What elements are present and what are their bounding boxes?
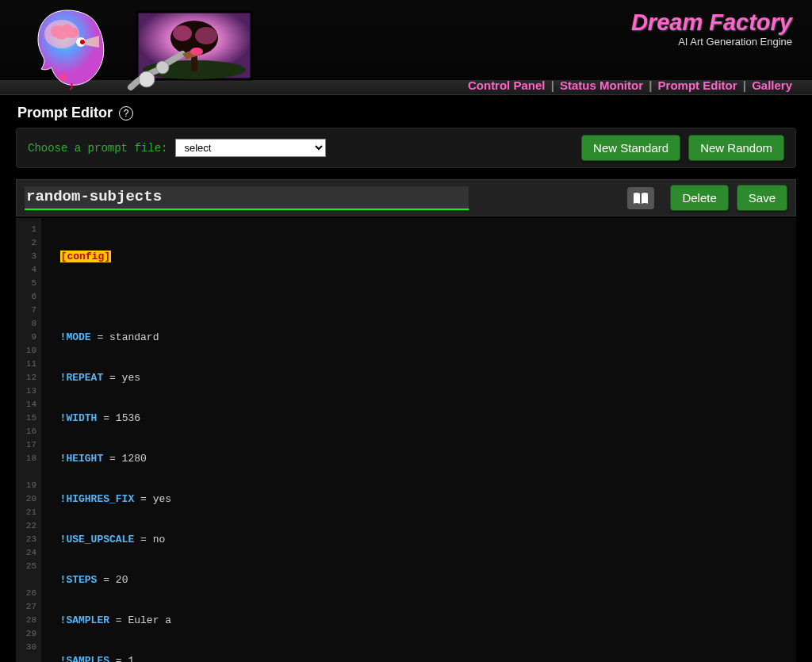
new-standard-button[interactable]: New Standard <box>581 135 680 161</box>
svg-point-11 <box>139 71 155 87</box>
editor-filename: random-subjects <box>26 188 162 205</box>
code-editor[interactable]: 1234567891011121314151617181920212223242… <box>16 218 796 662</box>
help-icon[interactable]: ? <box>119 106 133 121</box>
delete-button[interactable]: Delete <box>670 185 728 211</box>
nav-separator: | <box>743 78 746 92</box>
editor-actions: Delete Save <box>627 185 787 211</box>
svg-point-2 <box>80 40 85 44</box>
book-icon <box>633 192 649 205</box>
nav-gallery[interactable]: Gallery <box>752 78 792 92</box>
nav-control-panel[interactable]: Control Panel <box>468 78 546 92</box>
line-gutter: 1234567891011121314151617181920212223242… <box>16 218 41 662</box>
svg-point-9 <box>173 25 192 41</box>
new-random-button[interactable]: New Random <box>688 135 784 161</box>
svg-point-10 <box>195 27 217 44</box>
logo-area <box>24 4 258 91</box>
nav-separator: | <box>649 78 652 92</box>
new-buttons-group: New Standard New Random <box>581 135 784 161</box>
nav-prompt-editor[interactable]: Prompt Editor <box>658 78 737 92</box>
controls-bar: Choose a prompt file: select New Standar… <box>16 128 796 168</box>
robot-brush-icon <box>127 48 214 95</box>
brand-subtitle: AI Art Generation Engine <box>631 36 792 48</box>
nav-status-monitor[interactable]: Status Monitor <box>560 78 643 92</box>
svg-point-3 <box>60 74 67 80</box>
reference-book-button[interactable] <box>627 187 654 209</box>
page-title-row: Prompt Editor ? <box>0 95 812 128</box>
editor-header: random-subjects Delete Save <box>16 179 796 216</box>
file-chooser-label: Choose a prompt file: <box>28 142 167 155</box>
code-body[interactable]: [config] !MODE = standard !REPEAT = yes … <box>41 218 796 662</box>
editor-filename-box: random-subjects <box>25 186 469 210</box>
brain-head-logo <box>24 4 115 91</box>
config-section-header: [config] <box>60 251 111 262</box>
file-select[interactable]: select <box>175 139 326 157</box>
header-banner: Dream Factory AI Art Generation Engine C… <box>0 0 812 95</box>
svg-point-12 <box>156 61 169 74</box>
main-nav: Control Panel | Status Monitor | Prompt … <box>468 78 792 92</box>
nav-separator: | <box>551 78 554 92</box>
page-title: Prompt Editor <box>17 105 113 121</box>
brand-block: Dream Factory AI Art Generation Engine <box>631 10 792 48</box>
brand-title: Dream Factory <box>631 10 792 36</box>
svg-point-13 <box>190 48 203 55</box>
file-chooser: Choose a prompt file: select <box>28 139 326 157</box>
save-button[interactable]: Save <box>737 185 787 211</box>
